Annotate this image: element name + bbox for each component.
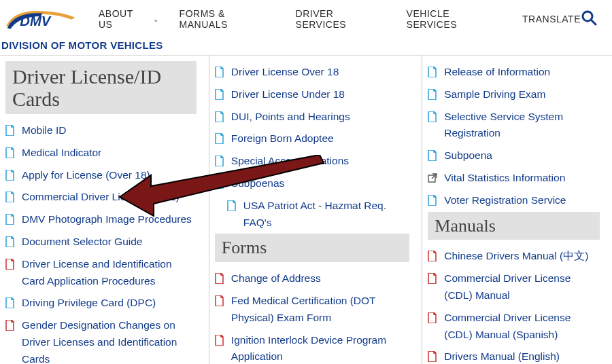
section-heading-manuals: Manuals	[428, 212, 600, 240]
document-icon	[227, 200, 237, 211]
list-item: Vital Statistics Information	[428, 167, 600, 189]
list-item: Release of Information	[428, 61, 600, 84]
list-item: Driver License Under 18	[215, 84, 409, 106]
external-link-icon	[428, 172, 437, 183]
list-item: Voter Registration Service	[428, 189, 600, 212]
document-icon	[215, 111, 224, 122]
list-driver-license: Mobile IDMedical IndicatorApply for Lice…	[5, 120, 197, 364]
list-item: Special Accommodations	[215, 150, 409, 172]
list-link[interactable]: Foreign Born Adoptee	[231, 130, 334, 147]
list-item: Drivers Manual (English)	[428, 346, 600, 364]
list-link[interactable]: Sample Driving Exam	[444, 86, 545, 103]
list-link[interactable]: Gender Designation Changes on Driver Lic…	[22, 317, 197, 364]
list-link[interactable]: Driver License Under 18	[231, 86, 345, 103]
list-item: Driving Privilege Card (DPC)	[5, 292, 197, 314]
list-item: USA Patriot Act - Hazmat Req. FAQ's	[215, 195, 409, 234]
document-icon	[215, 89, 224, 100]
nav-vehicle-services[interactable]: VEHICLE SERVICES	[407, 8, 502, 30]
nav-driver-services[interactable]: DRIVER SERVICES	[296, 8, 386, 30]
document-icon	[5, 170, 15, 181]
list-item: Document Selector Guide	[5, 231, 197, 253]
list-item: Change of Address	[215, 268, 409, 290]
list-link[interactable]: USA Patriot Act - Hazmat Req. FAQ's	[243, 198, 409, 232]
nav-translate[interactable]: TRANSLATE	[522, 8, 581, 30]
document-icon	[428, 195, 437, 206]
top-nav: ABOUT US⌄ FORMS & MANUALS DRIVER SERVICE…	[99, 8, 581, 30]
content-columns: Driver License/ID Cards Mobile IDMedical…	[0, 56, 612, 364]
column-2: Driver License Over 18Driver License Und…	[209, 56, 422, 364]
pdf-icon	[428, 312, 437, 323]
list-link[interactable]: Drivers Manual (English)	[444, 348, 560, 364]
pdf-icon	[215, 273, 224, 284]
list-link[interactable]: Commercial Driver License (CDL) Manual	[444, 270, 600, 304]
list-link[interactable]: Special Accommodations	[231, 153, 349, 170]
list-item: Sample Driving Exam	[428, 84, 600, 106]
list-link[interactable]: Driving Privilege Card (DPC)	[22, 295, 156, 312]
document-icon	[5, 297, 15, 308]
division-subhead: DIVISION OF MOTOR VEHICLES	[0, 33, 612, 56]
document-icon	[428, 150, 437, 161]
column-3: Release of InformationSample Driving Exa…	[422, 56, 612, 364]
list-item: Apply for License (Over 18)	[5, 164, 197, 187]
list-link[interactable]: Commercial Driver License (CDL)	[22, 189, 180, 206]
list-item: Subpoenas	[215, 172, 409, 195]
document-icon	[215, 67, 224, 77]
list-item: Chinese Drivers Manual (中文)	[428, 245, 600, 268]
nav-about-us[interactable]: ABOUT US⌄	[99, 8, 159, 30]
list-item: Medical Indicator	[5, 142, 197, 164]
document-icon	[215, 133, 224, 144]
document-icon	[5, 125, 15, 136]
list-link[interactable]: DUI, Points and Hearings	[231, 109, 350, 126]
section-heading-forms: Forms	[215, 234, 409, 262]
document-icon	[428, 111, 437, 122]
pdf-icon	[428, 273, 437, 284]
pdf-icon	[428, 251, 437, 261]
nav-forms-manuals[interactable]: FORMS & MANUALS	[180, 8, 275, 30]
list-link[interactable]: Medical Indicator	[22, 145, 101, 162]
list-link[interactable]: Fed Medical Certification (DOT Physical)…	[231, 293, 409, 327]
pdf-icon	[428, 351, 437, 362]
pdf-icon	[5, 259, 15, 270]
list-item: Fed Medical Certification (DOT Physical)…	[215, 290, 409, 329]
list-forms: Change of AddressFed Medical Certificati…	[215, 268, 409, 364]
list-link[interactable]: Chinese Drivers Manual (中文)	[444, 248, 588, 265]
list-link[interactable]: Selective Service System Registration	[444, 109, 600, 143]
list-link[interactable]: Subpoenas	[231, 175, 284, 192]
list-link[interactable]: Subpoena	[444, 147, 492, 164]
list-link[interactable]: Release of Information	[444, 64, 550, 81]
list-link[interactable]: Change of Address	[231, 270, 321, 287]
list-item: Ignition Interlock Device Program Applic…	[215, 329, 409, 364]
document-icon	[5, 236, 15, 247]
list-link[interactable]: Vital Statistics Information	[444, 170, 565, 187]
document-icon	[5, 214, 15, 225]
pdf-icon	[5, 320, 15, 331]
search-icon	[581, 10, 597, 26]
list-item: Subpoena	[428, 145, 600, 167]
chevron-down-icon: ⌄	[153, 16, 159, 23]
list-item: Foreign Born Adoptee	[215, 128, 409, 150]
list-link[interactable]: Document Selector Guide	[22, 234, 142, 251]
list-item: Commercial Driver License (CDL) Manual (…	[428, 307, 600, 346]
list-link[interactable]: Mobile ID	[22, 122, 66, 139]
list-link[interactable]: Ignition Interlock Device Program Applic…	[231, 332, 409, 364]
list-link[interactable]: DMV Photograph Image Procedures	[22, 211, 192, 228]
document-icon	[428, 89, 437, 100]
list-link[interactable]: Driver License Over 18	[231, 64, 339, 81]
list-link[interactable]: Voter Registration Service	[444, 192, 566, 209]
list-col3-top: Release of InformationSample Driving Exa…	[428, 61, 600, 212]
list-item: Selective Service System Registration	[428, 106, 600, 145]
search-button[interactable]	[581, 10, 597, 29]
dmv-logo[interactable]: DMV	[4, 5, 78, 33]
list-item: Driver License Over 18	[215, 61, 409, 84]
list-link[interactable]: Driver License and Identification Card A…	[22, 256, 197, 290]
list-link[interactable]: Apply for License (Over 18)	[22, 167, 150, 184]
list-item: Mobile ID	[5, 120, 197, 142]
list-link[interactable]: Commercial Driver License (CDL) Manual (…	[444, 310, 600, 344]
list-item: Gender Designation Changes on Driver Lic…	[5, 314, 197, 364]
list-item: DMV Photograph Image Procedures	[5, 208, 197, 231]
column-1: Driver License/ID Cards Mobile IDMedical…	[0, 56, 209, 364]
pdf-icon	[215, 335, 224, 346]
pdf-icon	[215, 295, 224, 306]
list-col2-top: Driver License Over 18Driver License Und…	[215, 61, 409, 234]
document-icon	[215, 178, 224, 189]
